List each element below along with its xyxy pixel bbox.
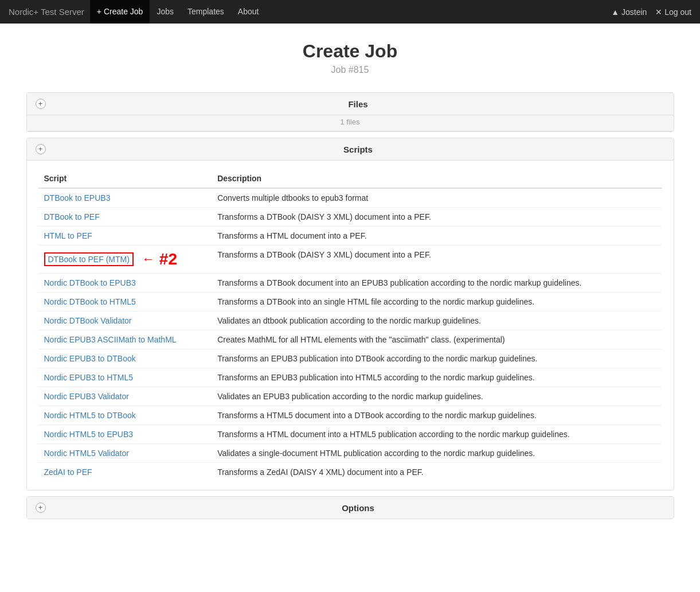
scripts-section: + Scripts Script Description DTBook to E… [26, 138, 674, 490]
page-title: Create Job [26, 41, 674, 62]
nav-item-create-job[interactable]: + Create Job [90, 0, 150, 24]
script-link[interactable]: DTBook to PEF [44, 212, 100, 221]
table-row: DTBook to PEFTransforms a DTBook (DAISY … [38, 208, 662, 227]
script-link[interactable]: HTML to PEF [44, 231, 92, 240]
script-link[interactable]: Nordic DTBook Validator [44, 316, 132, 325]
table-row: Nordic HTML5 to DTBookTransforms a HTML5… [38, 406, 662, 425]
files-section-subtitle: 1 files [27, 115, 674, 131]
nav-link-create-job[interactable]: + Create Job [90, 0, 150, 24]
table-row: Nordic HTML5 ValidatorValidates a single… [38, 444, 662, 463]
script-description: Transforms an EPUB3 publication into HTM… [212, 368, 662, 387]
scripts-table-header: Script Description [38, 169, 662, 188]
script-link[interactable]: Nordic HTML5 to DTBook [44, 411, 136, 420]
script-description: Validates a single-document HTML publica… [212, 444, 662, 463]
table-row: Nordic DTBook to EPUB3Transforms a DTBoo… [38, 274, 662, 293]
scripts-section-title: Scripts [52, 145, 665, 154]
table-row: Nordic EPUB3 ValidatorValidates an EPUB3… [38, 387, 662, 406]
options-section-title: Options [52, 503, 665, 513]
arrow-icon: ← [142, 252, 155, 267]
table-row: Nordic EPUB3 to HTML5Transforms an EPUB3… [38, 368, 662, 387]
table-row: DTBook to EPUB3Converts multiple dtbooks… [38, 188, 662, 208]
page-content: Create Job Job #815 + Files 1 files + Sc… [18, 24, 683, 536]
script-description: Validates an dtbook publication accordin… [212, 311, 662, 330]
script-link[interactable]: Nordic EPUB3 to DTBook [44, 354, 136, 363]
scripts-table: Script Description DTBook to EPUB3Conver… [38, 169, 662, 481]
table-row: HTML to PEFTransforms a HTML document in… [38, 227, 662, 246]
files-toggle[interactable]: + [36, 99, 46, 109]
table-row: Nordic HTML5 to EPUB3Transforms a HTML d… [38, 425, 662, 444]
navbar: Nordic+ Test Server + Create Job Jobs Te… [0, 0, 700, 24]
nav-link-templates[interactable]: Templates [181, 0, 231, 24]
script-link[interactable]: Nordic DTBook to EPUB3 [44, 278, 136, 287]
table-row: Nordic DTBook to HTML5Transforms a DTBoo… [38, 293, 662, 311]
script-description: Transforms an EPUB3 publication into DTB… [212, 349, 662, 368]
files-section-header: + Files [27, 93, 674, 115]
scripts-body: Script Description DTBook to EPUB3Conver… [27, 161, 674, 490]
options-section: + Options [26, 496, 674, 519]
script-description: Validates an EPUB3 publication according… [212, 387, 662, 406]
script-description: Creates MathML for all HTML elements wit… [212, 330, 662, 349]
script-description: Transforms a DTBook into an single HTML … [212, 293, 662, 311]
script-link[interactable]: DTBook to EPUB3 [44, 193, 111, 202]
script-description: Transforms a DTBook (DAISY 3 XML) docume… [212, 208, 662, 227]
table-row: DTBook to PEF (MTM)←#2Transforms a DTBoo… [38, 246, 662, 274]
scripts-tbody: DTBook to EPUB3Converts multiple dtbooks… [38, 188, 662, 481]
table-row: Nordic EPUB3 to DTBookTransforms an EPUB… [38, 349, 662, 368]
files-section-title: Files [52, 99, 665, 109]
times-icon: ✕ [655, 7, 664, 17]
script-description: Converts multiple dtbooks to epub3 forma… [212, 188, 662, 208]
user-icon: ▲ [611, 7, 621, 17]
nav-item-about[interactable]: About [231, 0, 266, 24]
script-link[interactable]: Nordic EPUB3 ASCIIMath to MathML [44, 335, 177, 344]
nav-link-about[interactable]: About [231, 0, 266, 24]
annotation: ←#2 [142, 250, 177, 268]
logout-link[interactable]: ✕ Log out [655, 7, 691, 17]
navbar-brand[interactable]: Nordic+ Test Server [9, 7, 84, 17]
scripts-toggle[interactable]: + [36, 144, 46, 154]
table-row: Nordic DTBook ValidatorValidates an dtbo… [38, 311, 662, 330]
script-link[interactable]: Nordic HTML5 to EPUB3 [44, 430, 134, 439]
script-description: Transforms a HTML document into a PEF. [212, 227, 662, 246]
page-subtitle: Job #815 [26, 65, 674, 75]
table-row: Nordic EPUB3 ASCIIMath to MathMLCreates … [38, 330, 662, 349]
script-link[interactable]: Nordic EPUB3 Validator [44, 392, 129, 401]
navbar-nav: + Create Job Jobs Templates About [90, 0, 611, 24]
script-description: Transforms a DTBook (DAISY 3 XML) docume… [212, 246, 662, 274]
nav-item-jobs[interactable]: Jobs [150, 0, 181, 24]
annotation-label: #2 [159, 250, 177, 268]
table-row: ZedAI to PEFTransforms a ZedAI (DAISY 4 … [38, 463, 662, 482]
script-link[interactable]: Nordic HTML5 Validator [44, 449, 129, 458]
script-link[interactable]: Nordic DTBook to HTML5 [44, 297, 136, 306]
script-description: Transforms a HTML5 document into a DTBoo… [212, 406, 662, 425]
col-description: Description [212, 169, 662, 188]
col-script: Script [38, 169, 212, 188]
files-section: + Files 1 files [26, 92, 674, 132]
nav-item-templates[interactable]: Templates [181, 0, 231, 24]
script-description: Transforms a HTML document into a HTML5 … [212, 425, 662, 444]
options-section-header: + Options [27, 497, 674, 519]
script-description: Transforms a ZedAI (DAISY 4 XML) documen… [212, 463, 662, 482]
scripts-section-header: + Scripts [27, 138, 674, 161]
options-toggle[interactable]: + [36, 503, 46, 513]
script-link[interactable]: ZedAI to PEF [44, 468, 92, 477]
script-link-highlighted[interactable]: DTBook to PEF (MTM) [44, 252, 134, 266]
script-description: Transforms a DTBook document into an EPU… [212, 274, 662, 293]
navbar-right: ▲ Jostein ✕ Log out [611, 7, 691, 17]
user-link[interactable]: ▲ Jostein [611, 7, 647, 17]
script-link[interactable]: Nordic EPUB3 to HTML5 [44, 373, 134, 382]
nav-link-jobs[interactable]: Jobs [150, 0, 181, 24]
